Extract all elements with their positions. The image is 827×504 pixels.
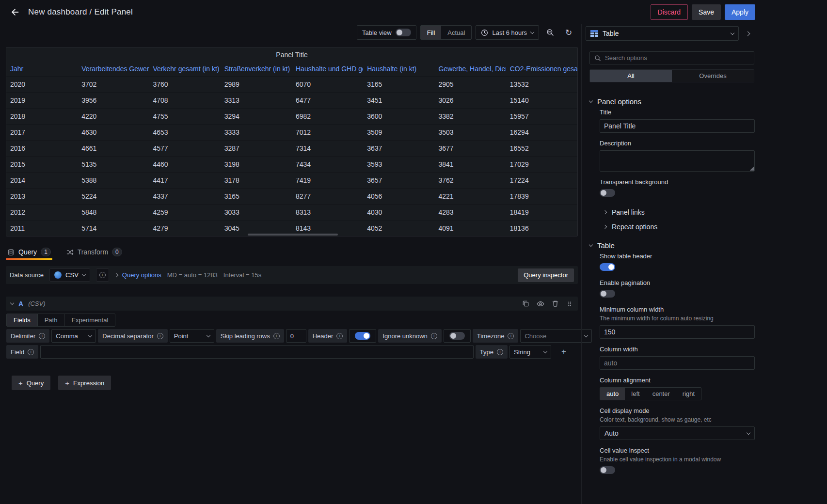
column-header[interactable]: CO2-Emissionen gesar [506, 62, 577, 77]
refresh-button[interactable]: ↻ [561, 25, 576, 40]
delimiter-select[interactable]: Comma [51, 329, 96, 343]
horizontal-scrollbar[interactable] [248, 234, 338, 236]
query-options-toggle[interactable]: Query options [115, 271, 161, 279]
column-header[interactable]: Gewerbe, Handel, Dien [435, 62, 506, 77]
drag-handle-icon[interactable] [566, 300, 573, 307]
tab-path[interactable]: Path [37, 314, 64, 326]
table-cell: 13532 [506, 77, 577, 93]
column-header[interactable]: Haushalte (in kt) [363, 62, 434, 77]
table-cell: 3333 [221, 125, 292, 141]
ignore-unknown-toggle[interactable] [449, 332, 465, 340]
top-navbar: New dashboard / Edit Panel Discard Save … [0, 0, 827, 24]
column-width-input[interactable] [600, 356, 755, 370]
column-header[interactable]: Verarbeitendes Gewerl [78, 62, 149, 77]
column-header[interactable]: Verkehr gesamt (in kt) [149, 62, 221, 77]
info-icon[interactable] [508, 333, 514, 339]
query-editor-header[interactable]: A (CSV) [6, 297, 578, 311]
transparent-background-toggle[interactable] [600, 189, 615, 197]
discard-button[interactable]: Discard [651, 4, 688, 20]
header-toggle[interactable] [355, 332, 370, 340]
zoom-out-button[interactable] [543, 25, 557, 40]
max-datapoints-meta: MD = auto = 1283 [167, 271, 218, 279]
info-icon[interactable] [497, 349, 503, 355]
apply-button[interactable]: Apply [725, 4, 755, 20]
chevron-right-icon [745, 31, 750, 36]
show-table-header-toggle[interactable] [600, 263, 615, 271]
arrow-left-icon [10, 7, 20, 17]
table-cell: 2013 [6, 189, 78, 205]
add-field-button[interactable]: + [557, 345, 571, 359]
column-header[interactable]: Straßenverkehr (in kt) [221, 62, 292, 77]
type-select[interactable]: String [509, 345, 551, 359]
tab-overrides[interactable]: Overrides [672, 70, 754, 82]
time-range-picker[interactable]: Last 6 hours [476, 25, 539, 40]
tab-fields[interactable]: Fields [7, 314, 37, 326]
info-icon[interactable] [336, 333, 343, 339]
display-mode-fill[interactable]: Fill [421, 26, 442, 39]
tab-query[interactable]: Query 1 [6, 244, 52, 260]
section-repeat-options[interactable]: Repeat options [604, 220, 755, 234]
section-panel-links[interactable]: Panel links [604, 205, 755, 220]
delete-query-icon[interactable] [552, 300, 559, 307]
add-query-button[interactable]: + Query [12, 376, 50, 390]
column-header[interactable]: Haushalte und GHD ge [292, 62, 363, 77]
save-button[interactable]: Save [692, 4, 721, 20]
csv-editor-tabs: Fields Path Experimental [6, 314, 115, 327]
hide-query-icon[interactable] [537, 300, 544, 308]
section-panel-options[interactable]: Panel options [589, 94, 755, 109]
table-cell: 4279 [149, 220, 221, 236]
type-label: Type [476, 345, 508, 359]
cell-value-inspect-toggle[interactable] [600, 466, 615, 474]
section-table-options[interactable]: Table [589, 238, 755, 252]
column-header[interactable]: Jahr [6, 62, 78, 77]
alignment-left[interactable]: left [625, 388, 646, 400]
datasource-help-button[interactable] [96, 268, 109, 282]
field-label: Field [6, 345, 38, 359]
panel-title[interactable]: Panel Title [6, 47, 577, 62]
description-textarea[interactable] [600, 150, 755, 172]
alignment-auto[interactable]: auto [600, 388, 625, 400]
table-cell: 4417 [149, 173, 221, 189]
skip-leading-rows-input[interactable] [286, 329, 306, 343]
tab-all[interactable]: All [590, 70, 672, 82]
options-search-input[interactable] [605, 54, 749, 62]
display-mode-actual[interactable]: Actual [441, 26, 471, 39]
info-icon[interactable] [28, 349, 34, 355]
info-icon[interactable] [39, 333, 45, 339]
datasource-picker[interactable]: CSV [49, 268, 90, 282]
viz-picker-row: Table [586, 26, 754, 41]
time-range-label: Last 6 hours [492, 29, 527, 36]
chevron-down-icon [589, 242, 593, 246]
resize-handle-icon[interactable] [750, 167, 754, 171]
header-switch-box [349, 329, 376, 343]
search-icon [594, 55, 601, 62]
back-button[interactable] [8, 5, 22, 19]
collapse-options-button[interactable] [741, 26, 754, 41]
tab-experimental[interactable]: Experimental [64, 314, 115, 326]
cell-display-mode-select[interactable]: Auto [600, 426, 755, 440]
info-icon[interactable] [157, 333, 163, 339]
enable-pagination-toggle[interactable] [600, 290, 615, 298]
visualization-picker[interactable]: Table [586, 26, 739, 41]
duplicate-icon[interactable] [522, 300, 529, 307]
add-expression-button[interactable]: + Expression [58, 376, 111, 390]
table-view-toggle[interactable] [396, 29, 411, 36]
query-inspector-button[interactable]: Query inspector [518, 268, 574, 282]
plus-icon: + [561, 347, 566, 357]
table-cell: 2011 [6, 220, 78, 236]
info-icon[interactable] [431, 333, 437, 339]
min-column-width-input[interactable] [600, 325, 755, 339]
table-cell: 4708 [149, 93, 221, 109]
cell-display-mode-desc: Color text, background, show as gauge, e… [600, 416, 755, 423]
table-cell: 3637 [363, 141, 434, 157]
table-cell: 4052 [363, 220, 434, 236]
panel-title-input[interactable] [600, 119, 755, 133]
tab-transform[interactable]: Transform 0 [65, 244, 124, 260]
info-icon[interactable] [273, 333, 280, 339]
table-cell: 2020 [6, 77, 78, 93]
field-name-input[interactable] [40, 345, 474, 359]
alignment-center[interactable]: center [646, 388, 676, 400]
decimal-separator-select[interactable]: Point [170, 329, 214, 343]
alignment-right[interactable]: right [676, 388, 701, 400]
options-search[interactable] [589, 51, 754, 64]
